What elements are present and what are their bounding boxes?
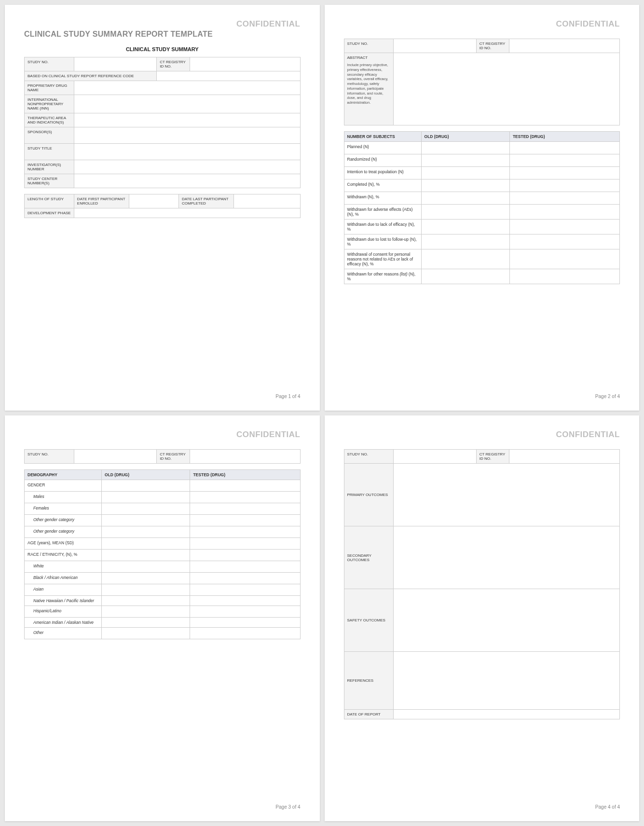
table-row: STUDY NO. CT REGISTRY ID NO.	[344, 39, 620, 53]
page-2: CONFIDENTIAL STUDY NO. CT REGISTRY ID NO…	[325, 5, 640, 411]
header-tested-drug: TESTED (DRUG)	[509, 132, 619, 142]
table-row: Withdrawal of consent for personal reaso…	[344, 249, 620, 269]
report-title: CLINICAL STUDY SUMMARY REPORT TEMPLATE	[24, 30, 301, 39]
value-cell	[74, 127, 300, 144]
abstract-note: Include primary objective, primary effec…	[347, 63, 391, 105]
demography-table: DEMOGRAPHY OLD (DRUG) TESTED (DRUG) GEND…	[24, 469, 301, 639]
row-males: Males	[25, 492, 102, 503]
table-row: Females	[25, 503, 301, 515]
value-cell	[190, 606, 300, 618]
value-cell	[129, 194, 179, 208]
row-native-h: Native Hawaiian / Pacific Islander	[25, 596, 102, 606]
page-4: CONFIDENTIAL STUDY NO. CT REGISTRY ID NO…	[325, 415, 640, 821]
value-cell	[509, 205, 619, 220]
row-other-gender-2: Other gender category	[25, 526, 102, 538]
table-header-row: DEMOGRAPHY OLD (DRUG) TESTED (DRUG)	[25, 470, 301, 480]
watermark: CONFIDENTIAL	[24, 19, 301, 29]
value-cell	[190, 596, 300, 606]
page-3: CONFIDENTIAL STUDY NO. CT REGISTRY ID NO…	[5, 415, 320, 821]
value-cell	[509, 192, 619, 205]
value-cell	[421, 192, 509, 205]
row-wd-ae: Withdrawn for adverse effects (AEs) (N),…	[344, 205, 421, 220]
header-demography: DEMOGRAPHY	[25, 470, 102, 480]
abstract-heading: ABSTRACT	[347, 55, 368, 60]
value-cell	[190, 550, 300, 561]
value-cell	[102, 628, 190, 639]
study-id-table: STUDY NO. CT REGISTRY ID NO. PRIMARY OUT…	[344, 449, 620, 719]
table-row: Hispanic/Latino	[25, 606, 301, 618]
value-cell	[394, 652, 620, 710]
value-cell	[102, 526, 190, 538]
value-cell	[421, 269, 509, 284]
table-row: Black / African American	[25, 573, 301, 584]
summary-table: STUDY NO. CT REGISTRY ID NO. BASED ON CL…	[24, 57, 301, 188]
table-row: SAFETY OUTCOMES	[344, 589, 620, 652]
header-tested-drug: TESTED (DRUG)	[190, 470, 300, 480]
row-hispanic: Hispanic/Latino	[25, 606, 102, 618]
table-row: PROPRIETARY DRUG NAME	[25, 81, 301, 95]
value-cell	[190, 57, 300, 71]
value-cell	[102, 596, 190, 606]
label-abstract: ABSTRACT Include primary objective, prim…	[344, 53, 394, 125]
row-asian: Asian	[25, 584, 102, 596]
value-cell	[74, 144, 300, 160]
row-withdrawn: Withdrawn (N), %	[344, 192, 421, 205]
value-cell	[509, 154, 619, 167]
table-row: STUDY CENTER NUMBER(S)	[25, 174, 301, 188]
row-planned: Planned (N)	[344, 142, 421, 154]
value-cell	[102, 492, 190, 503]
table-row: Withdrawn due to lost to follow-up (N), …	[344, 234, 620, 249]
row-native-a: American Indian / Alaskan Native	[25, 618, 102, 628]
watermark: CONFIDENTIAL	[24, 430, 301, 440]
row-wd-lost: Withdrawn due to lost to follow-up (N), …	[344, 234, 421, 249]
value-cell	[394, 53, 620, 125]
table-header-row: NUMBER OF SUBJECTS OLD (DRUG) TESTED (DR…	[344, 132, 620, 142]
label-date-report: DATE OF REPORT	[344, 710, 394, 719]
value-cell	[190, 561, 300, 573]
page-footer: Page 3 of 4	[24, 804, 301, 810]
value-cell	[190, 450, 300, 464]
page-1: CONFIDENTIAL CLINICAL STUDY SUMMARY REPO…	[5, 5, 320, 411]
label-ct-registry: CT REGISTRY ID NO.	[157, 57, 190, 71]
label-study-no: STUDY NO.	[25, 57, 74, 71]
value-cell	[509, 142, 619, 154]
value-cell	[102, 503, 190, 515]
label-ct-registry: CT REGISTRY ID NO.	[476, 39, 509, 53]
value-cell	[509, 234, 619, 249]
value-cell	[74, 208, 300, 218]
label-investigators: INVESTIGATOR(S) NUMBER	[25, 160, 74, 174]
value-cell	[74, 450, 156, 464]
study-id-table: STUDY NO. CT REGISTRY ID NO.	[24, 449, 301, 464]
label-study-no: STUDY NO.	[344, 39, 394, 53]
page-grid: CONFIDENTIAL CLINICAL STUDY SUMMARY REPO…	[5, 5, 639, 821]
value-cell	[394, 450, 476, 464]
value-cell	[102, 561, 190, 573]
value-cell	[394, 526, 620, 589]
value-cell	[102, 550, 190, 561]
value-cell	[102, 480, 190, 492]
value-cell	[421, 220, 509, 234]
page-footer: Page 1 of 4	[24, 394, 301, 399]
header-old-drug: OLD (DRUG)	[102, 470, 190, 480]
table-row: DATE OF REPORT	[344, 710, 620, 719]
value-cell	[394, 39, 476, 53]
table-row: Other gender category	[25, 515, 301, 526]
row-age: AGE (years), MEAN (SD)	[25, 538, 102, 550]
table-row: Males	[25, 492, 301, 503]
value-cell	[190, 526, 300, 538]
table-row: INTERNATIONAL NONPROPRIETARY NAME (INN)	[25, 95, 301, 113]
value-cell	[394, 589, 620, 652]
table-row: White	[25, 561, 301, 573]
label-inn: INTERNATIONAL NONPROPRIETARY NAME (INN)	[25, 95, 74, 113]
table-row: ABSTRACT Include primary objective, prim…	[344, 53, 620, 125]
value-cell	[394, 710, 620, 719]
value-cell	[421, 234, 509, 249]
study-id-table: STUDY NO. CT REGISTRY ID NO. ABSTRACT In…	[344, 39, 620, 125]
watermark: CONFIDENTIAL	[344, 19, 620, 29]
label-length: LENGTH OF STUDY	[25, 194, 74, 208]
value-cell	[509, 39, 620, 53]
table-row: Other gender category	[25, 526, 301, 538]
row-race: RACE / ETHNICITY, (N), %	[25, 550, 102, 561]
table-row: THERAPEUTIC AREA AND INDICATION(S)	[25, 113, 301, 127]
value-cell	[74, 160, 300, 174]
